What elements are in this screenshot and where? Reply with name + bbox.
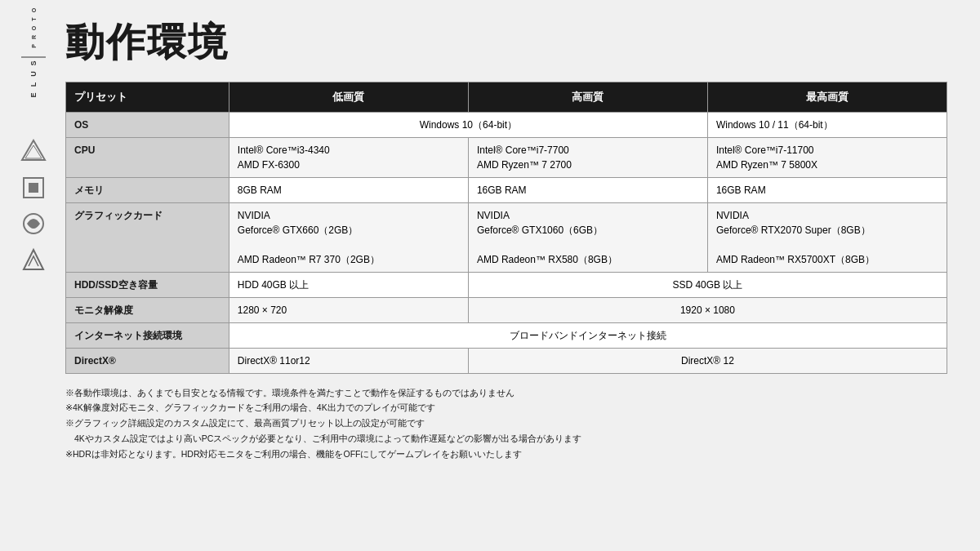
svg-marker-11 — [25, 145, 42, 158]
directx-low: DirectX® 11or12 — [229, 348, 468, 373]
table-row: DirectX® DirectX® 11or12 DirectX® 12 — [66, 348, 947, 373]
monitor-low: 1280 × 720 — [229, 297, 468, 322]
svg-text:E: E — [29, 90, 38, 97]
note-2: ※4K解像度対応モニタ、グラフィックカードをご利用の場合、4K出力でのプレイが可… — [65, 400, 947, 415]
svg-text:O: O — [30, 24, 36, 30]
table-row: モニタ解像度 1280 × 720 1920 × 1080 — [66, 297, 947, 322]
note-3: ※グラフィック詳細設定のカスタム設定にて、最高画質プリセット以上の設定が可能です — [65, 415, 947, 431]
main-content: 動作環境 プリセット 低画質 高画質 最高画質 OS Windows 10（64… — [65, 16, 947, 535]
cpu-low: Intel® Core™i3-4340AMD FX-6300 — [229, 137, 468, 177]
header-max: 最高画質 — [707, 82, 947, 113]
memory-max: 16GB RAM — [707, 177, 947, 202]
header-low: 低画質 — [229, 82, 468, 113]
gpu-low: NVIDIAGeforce® GTX660（2GB）AMD Radeon™ R7… — [229, 202, 468, 272]
spec-table: プリセット 低画質 高画質 最高画質 OS Windows 10（64-bit）… — [65, 82, 947, 374]
svg-text:S: S — [29, 58, 38, 65]
svg-rect-13 — [29, 183, 38, 193]
row-label-cpu: CPU — [66, 137, 229, 177]
directx-high-max: DirectX® 12 — [468, 348, 947, 373]
header-preset: プリセット — [66, 82, 229, 113]
svg-text:T: T — [30, 15, 36, 20]
header-high: 高画質 — [468, 82, 707, 113]
os-max: Windows 10 / 11（64-bit） — [707, 112, 947, 137]
os-low-high: Windows 10（64-bit） — [229, 112, 707, 137]
table-row: グラフィックカード NVIDIAGeforce® GTX660（2GB）AMD … — [66, 202, 947, 272]
svg-marker-10 — [22, 140, 45, 160]
note-5: ※HDRは非対応となります。HDR対応モニタをご利用の場合、機能をOFFにしてゲ… — [65, 447, 947, 462]
table-row: OS Windows 10（64-bit） Windows 10 / 11（64… — [66, 112, 947, 137]
note-4: 4Kやカスタム設定ではより高いPCスペックが必要となり、ご利用中の環境によって動… — [65, 431, 947, 447]
storage-low: HDD 40GB 以上 — [229, 272, 468, 297]
svg-text:U: U — [29, 69, 38, 77]
memory-high: 16GB RAM — [468, 177, 707, 202]
table-row: CPU Intel® Core™i3-4340AMD FX-6300 Intel… — [66, 137, 947, 177]
note-1: ※各動作環境は、あくまでも目安となる情報です。環境条件を満たすことで動作を保証す… — [65, 385, 947, 401]
row-label-memory: メモリ — [66, 177, 229, 202]
cpu-high: Intel® Core™i7-7700AMD Ryzen™ 7 2700 — [468, 137, 707, 177]
storage-high-max: SSD 40GB 以上 — [468, 272, 947, 297]
notes-section: ※各動作環境は、あくまでも目安となる情報です。環境条件を満たすことで動作を保証す… — [65, 385, 947, 462]
internet-all: ブロードバンドインターネット接続 — [229, 322, 947, 348]
row-label-storage: HDD/SSD空き容量 — [66, 272, 229, 297]
monitor-high-max: 1920 × 1080 — [468, 297, 947, 322]
svg-text:P: P — [30, 42, 36, 48]
row-label-gpu: グラフィックカード — [66, 202, 229, 272]
page-title: 動作環境 — [65, 16, 947, 69]
left-brand-area: E L U S P R O T O — [7, 0, 60, 551]
row-label-monitor: モニタ解像度 — [66, 297, 229, 322]
memory-low: 8GB RAM — [229, 177, 468, 202]
svg-text:O: O — [30, 8, 36, 12]
svg-text:L: L — [29, 80, 38, 87]
row-label-internet: インターネット接続環境 — [66, 322, 229, 348]
brand-icons-area — [20, 139, 47, 273]
row-label-directx: DirectX® — [66, 348, 229, 373]
gpu-max: NVIDIAGeforce® RTX2070 Super（8GB）AMD Rad… — [707, 202, 947, 272]
cpu-max: Intel® Core™i7-11700AMD Ryzen™ 7 5800X — [707, 137, 947, 177]
table-row: インターネット接続環境 ブロードバンドインターネット接続 — [66, 322, 947, 348]
row-label-os: OS — [66, 112, 229, 137]
gpu-high: NVIDIAGeforce® GTX1060（6GB）AMD Radeon™ R… — [468, 202, 707, 272]
table-row: HDD/SSD空き容量 HDD 40GB 以上 SSD 40GB 以上 — [66, 272, 947, 297]
brand-logo: E L U S P R O T O — [13, 8, 54, 106]
table-row: メモリ 8GB RAM 16GB RAM 16GB RAM — [66, 177, 947, 202]
svg-text:R: R — [30, 33, 36, 39]
